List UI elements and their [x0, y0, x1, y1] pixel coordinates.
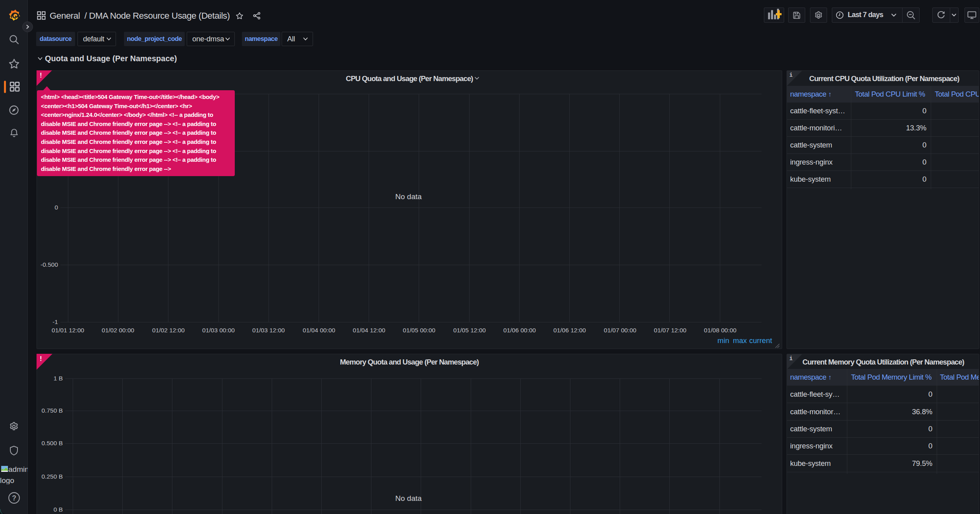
svg-text:?: ?	[12, 494, 16, 502]
